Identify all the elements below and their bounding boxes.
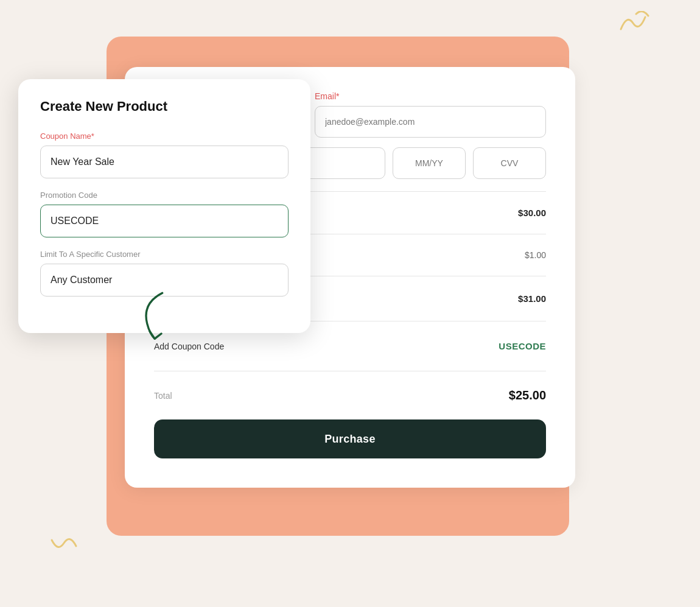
purchase-button[interactable]: Purchase: [154, 419, 546, 458]
popup-title: Create New Product: [40, 99, 289, 114]
limit-customer-label: Limit To A Specific Customer: [40, 250, 289, 259]
coupon-code-value: USECODE: [499, 341, 546, 351]
coupon-name-input[interactable]: [40, 146, 289, 178]
promotion-code-input[interactable]: [40, 205, 289, 237]
email-label: Email*: [315, 91, 546, 101]
subtotal-value: $31.00: [518, 293, 546, 304]
coupon-row: Add Coupon Code USECODE: [154, 334, 546, 359]
item-value-1: $30.00: [518, 208, 546, 218]
promotion-code-label: Promotion Code: [40, 191, 289, 200]
email-input[interactable]: [315, 106, 546, 138]
deco-bottom-left: [49, 534, 79, 558]
card-mm-input[interactable]: [393, 147, 466, 179]
total-value: $25.00: [509, 388, 546, 402]
coupon-name-label: Coupon Name*: [40, 132, 289, 141]
card-cvv-input[interactable]: [473, 147, 546, 179]
item-value-2: $1.00: [525, 250, 546, 260]
deco-top-right: [615, 11, 651, 35]
total-row: Total $25.00: [154, 384, 546, 407]
arrow-indicator: [128, 288, 177, 351]
divider-5: [154, 371, 546, 371]
total-label: Total: [154, 391, 172, 401]
create-product-popup: Create New Product Coupon Name* Promotio…: [18, 79, 310, 333]
